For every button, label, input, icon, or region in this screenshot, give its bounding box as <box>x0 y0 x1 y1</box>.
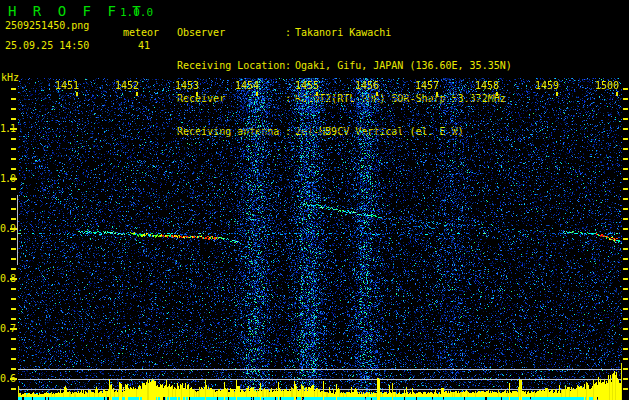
time-label: 1457 <box>415 80 439 91</box>
freq-tick-left <box>11 148 16 150</box>
output-filename: 2509251450.png <box>5 20 89 31</box>
freq-tick-left <box>11 388 16 390</box>
freq-tick-left <box>11 118 16 120</box>
freq-tick-right <box>623 268 628 270</box>
freq-tick-right <box>623 328 628 330</box>
time-label: 1453 <box>175 80 199 91</box>
app-version: 1.0.0 <box>120 6 153 19</box>
freq-tick-left <box>10 128 17 130</box>
info-value: Takanori Kawachi <box>295 27 391 38</box>
freq-tick-left <box>11 368 16 370</box>
time-label: 1455 <box>295 80 319 91</box>
freq-tick-left <box>11 108 16 110</box>
freq-tick-left <box>10 378 17 380</box>
freq-tick-left <box>11 88 16 90</box>
freq-tick-right <box>623 298 628 300</box>
colon: : <box>285 27 295 38</box>
time-label: 1451 <box>55 80 79 91</box>
freq-tick-right <box>623 118 628 120</box>
info-label: Observer <box>177 27 285 38</box>
freq-tick-right <box>623 108 628 110</box>
freq-tick-left <box>11 288 16 290</box>
freq-tick-left <box>11 338 16 340</box>
freq-tick-right <box>623 278 628 280</box>
mode-label: meteor <box>123 27 159 38</box>
freq-tick-left <box>10 328 17 330</box>
freq-tick-right <box>623 258 628 260</box>
time-label: 1459 <box>535 80 559 91</box>
freq-tick-left <box>11 248 16 250</box>
time-label: 1452 <box>115 80 139 91</box>
freq-tick-right <box>623 378 628 380</box>
spectrogram-canvas <box>18 78 622 400</box>
freq-tick-right <box>623 318 628 320</box>
info-row-observer: Observer:Takanori Kawachi <box>177 27 512 38</box>
freq-tick-left <box>11 348 16 350</box>
freq-axis-unit: kHz <box>1 72 19 83</box>
hrofft-screen: H R O F F T 1.0.0 2509251450.png meteor … <box>0 0 629 400</box>
freq-tick-left <box>11 208 16 210</box>
freq-tick-right <box>623 88 628 90</box>
freq-tick-right <box>623 198 628 200</box>
freq-tick-right <box>623 338 628 340</box>
freq-tick-right <box>623 368 628 370</box>
freq-tick-left <box>11 298 16 300</box>
time-label: 1454 <box>235 80 259 91</box>
freq-tick-right <box>623 248 628 250</box>
freq-tick-left <box>10 228 17 230</box>
freq-tick-left <box>11 218 16 220</box>
info-row-location: Receiving Location:Ogaki, Gifu, JAPAN (1… <box>177 60 512 71</box>
freq-tick-left <box>11 98 16 100</box>
freq-tick-left <box>11 138 16 140</box>
freq-tick-left <box>11 318 16 320</box>
freq-tick-right <box>623 238 628 240</box>
echo-count: 41 <box>138 40 150 51</box>
time-label: 1458 <box>475 80 499 91</box>
frame-datetime: 25.09.25 14:50 <box>5 40 89 51</box>
freq-tick-right <box>623 308 628 310</box>
freq-tick-right <box>623 208 628 210</box>
info-value: Ogaki, Gifu, JAPAN (136.60E, 35.35N) <box>295 60 512 71</box>
freq-tick-left <box>10 178 17 180</box>
freq-tick-right <box>623 168 628 170</box>
freq-tick-left <box>11 158 16 160</box>
freq-tick-right <box>623 178 628 180</box>
freq-tick-right <box>623 358 628 360</box>
count-band-marker <box>17 195 18 265</box>
freq-tick-left <box>11 198 16 200</box>
freq-tick-right <box>623 148 628 150</box>
freq-tick-right <box>623 228 628 230</box>
freq-tick-left <box>11 168 16 170</box>
time-label: 1500 <box>595 80 619 91</box>
freq-tick-right <box>623 348 628 350</box>
colon: : <box>285 60 295 71</box>
freq-tick-right <box>623 288 628 290</box>
freq-tick-right <box>623 98 628 100</box>
freq-tick-left <box>11 238 16 240</box>
freq-tick-right <box>623 388 628 390</box>
freq-tick-left <box>11 268 16 270</box>
time-label: 1456 <box>355 80 379 91</box>
freq-tick-right <box>623 138 628 140</box>
freq-tick-right <box>623 158 628 160</box>
freq-tick-left <box>10 278 17 280</box>
freq-tick-left <box>11 308 16 310</box>
freq-tick-right <box>623 128 628 130</box>
freq-tick-left <box>11 358 16 360</box>
freq-tick-left <box>11 258 16 260</box>
freq-tick-left <box>11 188 16 190</box>
freq-tick-right <box>623 188 628 190</box>
info-label: Receiving Location <box>177 60 285 71</box>
freq-tick-right <box>623 218 628 220</box>
